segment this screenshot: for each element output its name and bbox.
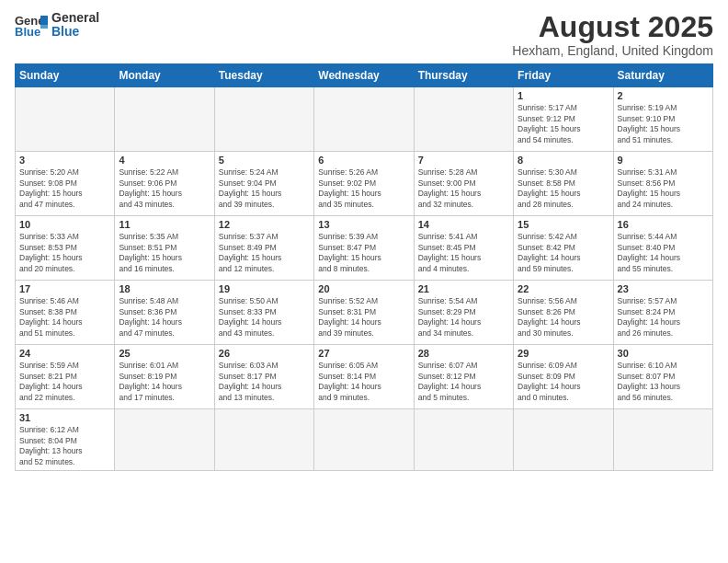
day-info: Sunrise: 5:30 AM Sunset: 8:58 PM Dayligh… [518, 167, 609, 210]
title-area: August 2025 Hexham, England, United King… [512, 11, 713, 58]
calendar-cell [514, 409, 613, 471]
logo-general: General [51, 11, 99, 25]
calendar-cell [214, 87, 313, 152]
day-info: Sunrise: 5:22 AM Sunset: 9:06 PM Dayligh… [119, 167, 210, 210]
calendar-cell: 9Sunrise: 5:31 AM Sunset: 8:56 PM Daylig… [613, 152, 712, 216]
day-number: 4 [119, 155, 210, 166]
calendar-cell: 18Sunrise: 5:48 AM Sunset: 8:36 PM Dayli… [115, 281, 214, 345]
day-number: 9 [618, 155, 709, 166]
calendar-cell: 15Sunrise: 5:42 AM Sunset: 8:42 PM Dayli… [514, 216, 613, 281]
day-info: Sunrise: 5:17 AM Sunset: 9:12 PM Dayligh… [518, 103, 609, 145]
day-info: Sunrise: 5:54 AM Sunset: 8:29 PM Dayligh… [418, 296, 509, 339]
day-info: Sunrise: 5:28 AM Sunset: 9:00 PM Dayligh… [418, 167, 509, 210]
day-number: 19 [219, 283, 310, 294]
day-info: Sunrise: 6:12 AM Sunset: 8:04 PM Dayligh… [19, 425, 110, 467]
day-number: 3 [19, 155, 110, 166]
calendar-cell: 27Sunrise: 6:05 AM Sunset: 8:14 PM Dayli… [314, 345, 414, 409]
calendar-cell: 5Sunrise: 5:24 AM Sunset: 9:04 PM Daylig… [214, 152, 313, 216]
day-info: Sunrise: 5:59 AM Sunset: 8:21 PM Dayligh… [19, 361, 110, 403]
day-info: Sunrise: 5:42 AM Sunset: 8:42 PM Dayligh… [518, 232, 609, 274]
day-number: 18 [119, 283, 210, 294]
day-info: Sunrise: 6:05 AM Sunset: 8:14 PM Dayligh… [318, 361, 409, 403]
day-number: 25 [119, 348, 210, 359]
calendar-cell: 3Sunrise: 5:20 AM Sunset: 9:08 PM Daylig… [16, 152, 115, 216]
day-info: Sunrise: 5:46 AM Sunset: 8:38 PM Dayligh… [19, 296, 110, 339]
day-number: 20 [318, 283, 409, 294]
day-number: 31 [19, 412, 110, 423]
week-row-0: 1Sunrise: 5:17 AM Sunset: 9:12 PM Daylig… [16, 87, 713, 152]
day-info: Sunrise: 5:19 AM Sunset: 9:10 PM Dayligh… [618, 103, 709, 145]
day-info: Sunrise: 5:26 AM Sunset: 9:02 PM Dayligh… [318, 167, 409, 210]
calendar-cell [314, 87, 414, 152]
calendar-cell: 8Sunrise: 5:30 AM Sunset: 8:58 PM Daylig… [514, 152, 613, 216]
weekday-header-wednesday: Wednesday [314, 64, 414, 87]
calendar-cell: 16Sunrise: 5:44 AM Sunset: 8:40 PM Dayli… [613, 216, 712, 281]
day-info: Sunrise: 6:07 AM Sunset: 8:12 PM Dayligh… [418, 361, 509, 403]
calendar-cell [115, 409, 214, 471]
day-number: 26 [219, 348, 310, 359]
calendar-cell: 30Sunrise: 6:10 AM Sunset: 8:07 PM Dayli… [613, 345, 712, 409]
svg-text:Blue: Blue [15, 25, 40, 38]
day-number: 24 [19, 348, 110, 359]
day-number: 22 [518, 283, 609, 294]
calendar-cell: 12Sunrise: 5:37 AM Sunset: 8:49 PM Dayli… [214, 216, 313, 281]
calendar-cell: 24Sunrise: 5:59 AM Sunset: 8:21 PM Dayli… [16, 345, 115, 409]
calendar-cell: 2Sunrise: 5:19 AM Sunset: 9:10 PM Daylig… [613, 87, 712, 152]
day-number: 21 [418, 283, 509, 294]
day-number: 28 [418, 348, 509, 359]
calendar-cell: 26Sunrise: 6:03 AM Sunset: 8:17 PM Dayli… [214, 345, 313, 409]
day-info: Sunrise: 6:03 AM Sunset: 8:17 PM Dayligh… [219, 361, 310, 403]
day-info: Sunrise: 6:01 AM Sunset: 8:19 PM Dayligh… [119, 361, 210, 403]
calendar-cell: 25Sunrise: 6:01 AM Sunset: 8:19 PM Dayli… [115, 345, 214, 409]
calendar-cell: 4Sunrise: 5:22 AM Sunset: 9:06 PM Daylig… [115, 152, 214, 216]
day-info: Sunrise: 5:24 AM Sunset: 9:04 PM Dayligh… [219, 167, 310, 210]
week-row-1: 3Sunrise: 5:20 AM Sunset: 9:08 PM Daylig… [16, 152, 713, 216]
day-number: 13 [318, 219, 409, 230]
calendar-cell: 19Sunrise: 5:50 AM Sunset: 8:33 PM Dayli… [214, 281, 313, 345]
weekday-header-sunday: Sunday [16, 64, 115, 87]
calendar-cell: 22Sunrise: 5:56 AM Sunset: 8:26 PM Dayli… [514, 281, 613, 345]
calendar-cell: 28Sunrise: 6:07 AM Sunset: 8:12 PM Dayli… [414, 345, 513, 409]
location-title: Hexham, England, United Kingdom [512, 43, 713, 58]
week-row-3: 17Sunrise: 5:46 AM Sunset: 8:38 PM Dayli… [16, 281, 713, 345]
day-info: Sunrise: 5:20 AM Sunset: 9:08 PM Dayligh… [19, 167, 110, 210]
calendar-cell [214, 409, 313, 471]
day-info: Sunrise: 5:35 AM Sunset: 8:51 PM Dayligh… [119, 232, 210, 274]
day-number: 14 [418, 219, 509, 230]
day-info: Sunrise: 6:10 AM Sunset: 8:07 PM Dayligh… [618, 361, 709, 403]
day-number: 2 [618, 90, 709, 101]
day-info: Sunrise: 5:48 AM Sunset: 8:36 PM Dayligh… [119, 296, 210, 339]
day-info: Sunrise: 5:52 AM Sunset: 8:31 PM Dayligh… [318, 296, 409, 339]
calendar-cell: 21Sunrise: 5:54 AM Sunset: 8:29 PM Dayli… [414, 281, 513, 345]
day-number: 11 [119, 219, 210, 230]
calendar-cell: 11Sunrise: 5:35 AM Sunset: 8:51 PM Dayli… [115, 216, 214, 281]
calendar-cell: 1Sunrise: 5:17 AM Sunset: 9:12 PM Daylig… [514, 87, 613, 152]
week-row-5: 31Sunrise: 6:12 AM Sunset: 8:04 PM Dayli… [16, 409, 713, 471]
calendar-cell [115, 87, 214, 152]
day-number: 27 [318, 348, 409, 359]
logo: General Blue General Blue [15, 11, 99, 40]
weekday-header-tuesday: Tuesday [214, 64, 313, 87]
calendar-cell [414, 409, 513, 471]
week-row-2: 10Sunrise: 5:33 AM Sunset: 8:53 PM Dayli… [16, 216, 713, 281]
day-info: Sunrise: 6:09 AM Sunset: 8:09 PM Dayligh… [518, 361, 609, 403]
calendar-cell: 17Sunrise: 5:46 AM Sunset: 8:38 PM Dayli… [16, 281, 115, 345]
weekday-header-friday: Friday [514, 64, 613, 87]
calendar-cell [16, 87, 115, 152]
weekday-header-saturday: Saturday [613, 64, 712, 87]
week-row-4: 24Sunrise: 5:59 AM Sunset: 8:21 PM Dayli… [16, 345, 713, 409]
weekday-header-row: SundayMondayTuesdayWednesdayThursdayFrid… [16, 64, 713, 87]
day-info: Sunrise: 5:57 AM Sunset: 8:24 PM Dayligh… [618, 296, 709, 339]
day-info: Sunrise: 5:39 AM Sunset: 8:47 PM Dayligh… [318, 232, 409, 274]
day-info: Sunrise: 5:41 AM Sunset: 8:45 PM Dayligh… [418, 232, 509, 274]
day-number: 15 [518, 219, 609, 230]
calendar-cell: 10Sunrise: 5:33 AM Sunset: 8:53 PM Dayli… [16, 216, 115, 281]
day-number: 6 [318, 155, 409, 166]
calendar-cell: 20Sunrise: 5:52 AM Sunset: 8:31 PM Dayli… [314, 281, 414, 345]
day-info: Sunrise: 5:37 AM Sunset: 8:49 PM Dayligh… [219, 232, 310, 274]
calendar-cell: 23Sunrise: 5:57 AM Sunset: 8:24 PM Dayli… [613, 281, 712, 345]
logo-icon: General Blue [15, 12, 48, 38]
weekday-header-thursday: Thursday [414, 64, 513, 87]
header: General Blue General Blue August 2025 He… [15, 11, 713, 58]
svg-marker-3 [40, 25, 48, 29]
